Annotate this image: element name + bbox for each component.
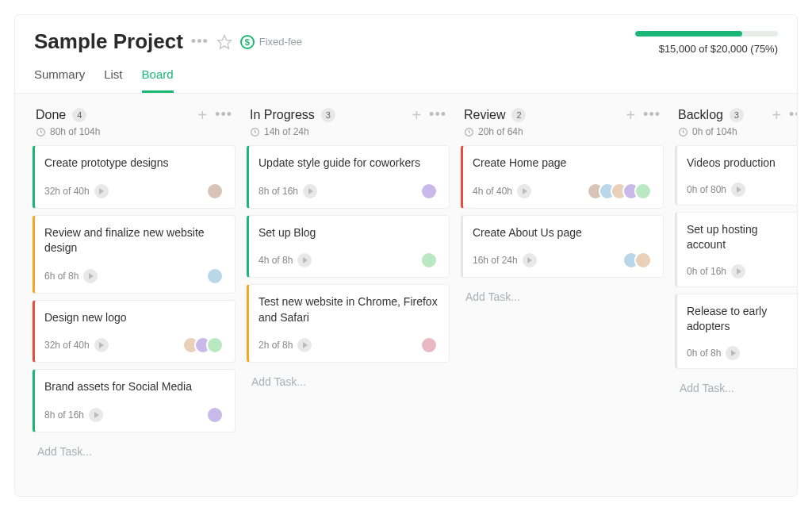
column-hours-text: 20h of 64h: [478, 126, 523, 137]
app-frame: Sample Project ••• $ Fixed-fee $15,000 o…: [14, 14, 798, 497]
play-icon[interactable]: [303, 184, 317, 198]
avatar[interactable]: [206, 336, 224, 354]
title-row: Sample Project ••• $ Fixed-fee: [34, 29, 302, 54]
task-hours-text: 0h of 16h: [687, 266, 726, 277]
task-hours-text: 4h of 40h: [473, 186, 512, 197]
avatar[interactable]: [420, 182, 438, 200]
task-avatars: [182, 336, 224, 354]
task-card[interactable]: Update style guide for coworkers8h of 16…: [247, 145, 450, 209]
add-card-icon[interactable]: +: [772, 107, 781, 123]
task-card[interactable]: Test new website in Chrome, Firefox and …: [247, 284, 450, 363]
tab-list[interactable]: List: [104, 67, 122, 93]
avatar[interactable]: [420, 336, 438, 354]
column-header: In Progress 3 + •••: [247, 106, 450, 123]
task-card[interactable]: Design new logo32h of 40h: [33, 300, 236, 363]
task-title: Review and finalize new website design: [44, 225, 224, 256]
task-avatars: [206, 267, 224, 285]
play-icon[interactable]: [94, 184, 109, 198]
budget-text: $15,000 of $20,000 (75%): [635, 43, 778, 55]
tab-summary[interactable]: Summary: [34, 67, 85, 93]
column-menu-icon[interactable]: •••: [643, 106, 661, 123]
column-hours-text: 0h of 104h: [692, 126, 737, 137]
play-icon[interactable]: [517, 184, 531, 198]
task-card[interactable]: Create About Us page16h of 24h: [461, 215, 664, 279]
column-title: In Progress: [250, 108, 315, 122]
task-card[interactable]: Videos production0h of 80h: [675, 145, 797, 206]
task-hours: 4h of 8h: [259, 253, 312, 267]
task-card[interactable]: Set up Blog4h of 8h: [247, 215, 450, 279]
add-card-icon[interactable]: +: [626, 107, 635, 123]
column-title: Review: [464, 108, 505, 122]
task-title: Videos production: [687, 156, 797, 171]
column-actions: + •••: [197, 106, 232, 123]
task-hours-text: 0h of 8h: [687, 348, 721, 359]
task-footer: 6h of 8h: [44, 267, 224, 285]
task-avatars: [420, 252, 438, 269]
task-avatars: [587, 182, 652, 200]
add-card-icon[interactable]: +: [197, 107, 207, 123]
task-footer: 0h of 8h: [687, 346, 797, 360]
add-card-icon[interactable]: +: [412, 107, 421, 123]
avatar[interactable]: [420, 252, 438, 269]
task-hours: 8h of 16h: [44, 408, 103, 422]
avatar[interactable]: [206, 182, 224, 200]
task-title: Release to early adopters: [687, 304, 797, 335]
task-hours-text: 16h of 24h: [473, 255, 518, 266]
task-hours-text: 4h of 8h: [259, 255, 293, 266]
task-card[interactable]: Set up hosting account0h of 16h: [675, 212, 797, 287]
avatar[interactable]: [206, 406, 224, 424]
play-icon[interactable]: [731, 182, 745, 197]
star-icon[interactable]: [216, 34, 232, 50]
task-hours: 4h of 40h: [473, 184, 531, 198]
task-footer: 4h of 8h: [259, 252, 438, 269]
play-icon[interactable]: [297, 253, 312, 267]
column-hours-text: 14h of 24h: [264, 126, 309, 137]
fee-type-badge[interactable]: $ Fixed-fee: [240, 35, 302, 49]
column-title-wrap: Done 4: [36, 108, 86, 122]
play-icon[interactable]: [89, 408, 103, 422]
column-actions: + •••: [412, 106, 446, 123]
task-hours: 32h of 40h: [44, 338, 109, 352]
task-footer: 4h of 40h: [473, 182, 652, 200]
play-icon[interactable]: [94, 338, 109, 352]
fee-type-label: Fixed-fee: [259, 36, 302, 48]
play-icon[interactable]: [297, 338, 312, 352]
task-card[interactable]: Create prototype designs32h of 40h: [33, 145, 236, 209]
task-title: Design new logo: [44, 310, 224, 326]
column-menu-icon[interactable]: •••: [215, 106, 232, 123]
column-count-badge: 2: [511, 108, 526, 122]
add-task-button[interactable]: Add Task...: [461, 284, 664, 309]
task-title: Create Home page: [473, 156, 652, 171]
avatar[interactable]: [634, 182, 652, 200]
tab-board[interactable]: Board: [142, 67, 174, 93]
task-hours-text: 2h of 8h: [259, 340, 293, 351]
column-count-badge: 4: [72, 108, 86, 122]
column-title-wrap: Backlog 3: [678, 108, 744, 122]
column-header: Done 4 + •••: [33, 106, 236, 123]
add-task-button[interactable]: Add Task...: [33, 439, 236, 464]
task-hours: 8h of 16h: [259, 184, 317, 198]
task-card[interactable]: Release to early adopters0h of 8h: [675, 294, 797, 369]
play-icon[interactable]: [83, 269, 98, 283]
column-hours: 14h of 24h: [250, 126, 446, 137]
avatar[interactable]: [634, 252, 652, 269]
task-hours-text: 32h of 40h: [44, 340, 90, 351]
column-menu-icon[interactable]: •••: [429, 106, 446, 123]
add-task-button[interactable]: Add Task...: [247, 369, 450, 394]
column-title: Backlog: [678, 108, 723, 122]
task-card[interactable]: Review and finalize new website design6h…: [33, 215, 236, 294]
task-title: Set up Blog: [259, 225, 438, 241]
play-icon[interactable]: [731, 264, 745, 279]
column-review: Review 2 + ••• 20h of 64hCreate Home pag…: [461, 106, 664, 483]
project-menu-icon[interactable]: •••: [191, 33, 209, 50]
task-footer: 16h of 24h: [473, 252, 652, 269]
column-menu-icon[interactable]: •••: [789, 106, 797, 123]
task-card[interactable]: Brand assets for Social Media8h of 16h: [33, 369, 236, 432]
add-task-button[interactable]: Add Task...: [675, 375, 797, 401]
column-hours-text: 80h of 104h: [50, 126, 100, 137]
task-title: Create About Us page: [473, 225, 652, 241]
play-icon[interactable]: [523, 253, 537, 267]
task-card[interactable]: Create Home page4h of 40h: [461, 145, 664, 209]
avatar[interactable]: [206, 267, 224, 285]
play-icon[interactable]: [726, 346, 740, 360]
